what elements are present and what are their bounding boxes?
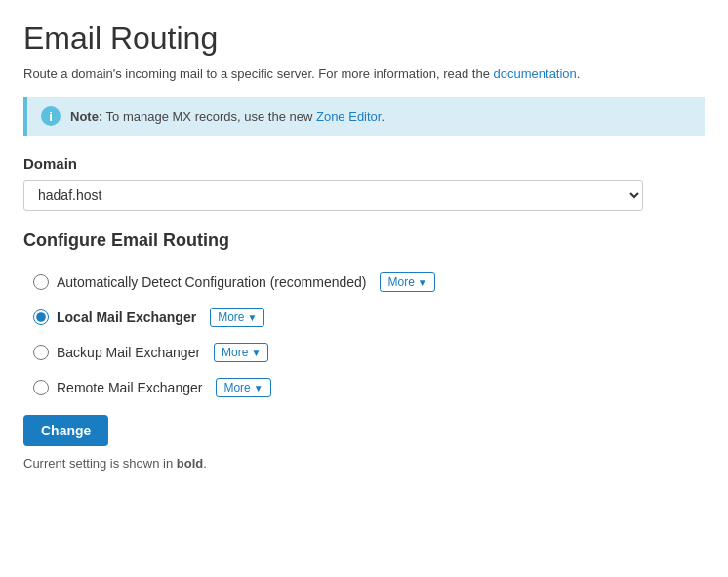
chevron-down-icon: ▼ <box>251 348 261 358</box>
more-local-button[interactable]: More ▼ <box>210 308 264 327</box>
configure-title: Configure Email Routing <box>23 230 705 251</box>
page-description: Route a domain's incoming mail to a spec… <box>23 66 705 81</box>
radio-auto[interactable] <box>33 274 49 290</box>
chevron-down-icon: ▼ <box>418 277 427 288</box>
radio-backup-label: Backup Mail Exchanger <box>57 345 200 360</box>
radio-backup[interactable] <box>33 345 49 360</box>
chevron-down-icon: ▼ <box>254 383 263 393</box>
more-auto-button[interactable]: More ▼ <box>380 272 434 292</box>
note-box: i Note: To manage MX records, use the ne… <box>23 97 705 136</box>
radio-local[interactable] <box>33 309 49 325</box>
domain-label: Domain <box>23 155 705 172</box>
more-remote-button[interactable]: More ▼ <box>216 378 270 397</box>
chevron-down-icon: ▼ <box>248 312 258 323</box>
radio-group: Automatically Detect Configuration (reco… <box>33 265 705 405</box>
radio-local-label: Local Mail Exchanger <box>57 309 196 325</box>
radio-item-auto: Automatically Detect Configuration (reco… <box>33 265 705 300</box>
radio-item-backup: Backup Mail Exchanger More ▼ <box>33 335 705 370</box>
radio-remote-label: Remote Mail Exchanger <box>57 380 202 395</box>
domain-select[interactable]: hadaf.host <box>23 180 643 211</box>
documentation-link[interactable]: documentation <box>494 66 577 81</box>
radio-auto-label: Automatically Detect Configuration (reco… <box>57 274 366 290</box>
more-backup-button[interactable]: More ▼ <box>214 343 268 362</box>
page-title: Email Routing <box>23 20 705 57</box>
change-button[interactable]: Change <box>23 415 108 446</box>
page-container: Email Routing Route a domain's incoming … <box>0 0 728 577</box>
radio-item-local: Local Mail Exchanger More ▼ <box>33 300 705 335</box>
zone-editor-link[interactable]: Zone Editor <box>316 109 382 124</box>
radio-item-remote: Remote Mail Exchanger More ▼ <box>33 370 705 405</box>
radio-remote[interactable] <box>33 380 49 395</box>
current-setting-note: Current setting is shown in bold. <box>23 456 705 471</box>
info-icon: i <box>41 106 61 126</box>
